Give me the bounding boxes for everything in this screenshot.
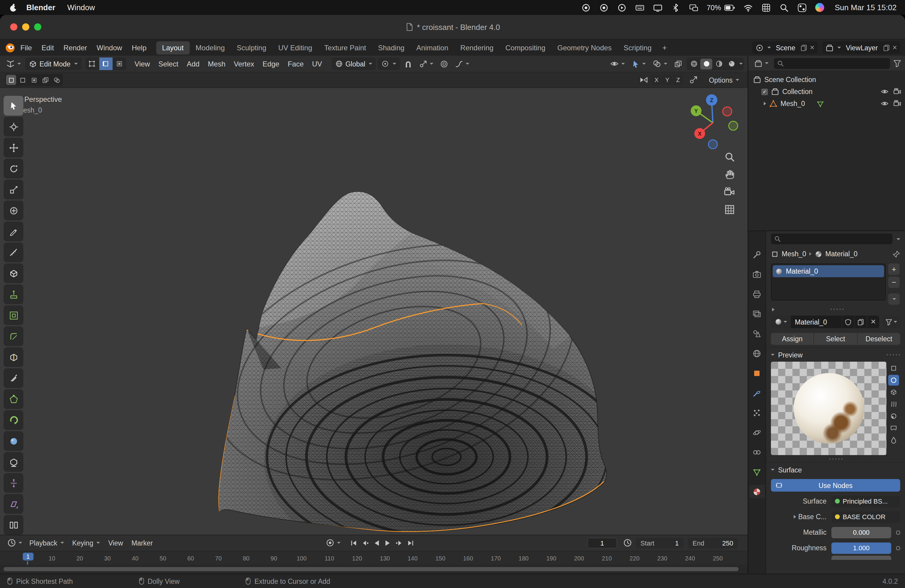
workspace-tab[interactable]: Animation [410,41,454,54]
unlink-material-button[interactable] [867,316,879,328]
shading-settings-caret[interactable] [739,63,743,65]
tool-poly-build[interactable] [3,389,23,409]
new-scene-icon[interactable] [800,44,807,51]
workspace-tab[interactable]: UV Editing [272,41,318,54]
ruler-tick[interactable]: 10 [49,555,55,561]
ruler-tick[interactable]: 20 [76,555,83,561]
browse-material-button[interactable] [771,316,790,328]
viewport-menu[interactable]: Mesh [204,60,230,68]
screen-mirroring-icon[interactable] [689,3,698,12]
zoom-icon[interactable] [724,151,735,162]
tool-shrink-fatten[interactable] [3,473,23,493]
hide-eye-icon[interactable] [880,99,889,108]
timeline-view-menu[interactable]: View [105,539,127,547]
xray-toggle[interactable] [672,57,685,70]
ruler-tick[interactable]: 210 [602,555,612,561]
viewport-menu[interactable]: Add [183,60,204,68]
list-resize-grip[interactable] [830,308,844,311]
select-mode-invert-button[interactable] [40,75,50,85]
minimize-button[interactable] [22,23,29,30]
topbar-menu[interactable]: Render [59,43,92,52]
properties-tab-world[interactable] [749,347,765,360]
play-button[interactable] [384,539,391,547]
expand-arrow-icon[interactable] [764,102,766,105]
ruler-tick[interactable]: 160 [463,555,473,561]
shading-solid-button[interactable] [700,58,712,69]
viewport-menu[interactable]: View [130,60,154,68]
keying-menu[interactable]: Keying [68,539,103,547]
material-action-button[interactable]: Select [814,333,857,345]
ruler-tick[interactable]: 240 [685,555,695,561]
wifi-icon[interactable] [743,3,753,12]
ruler-tick[interactable]: 90 [270,555,277,561]
ruler-tick[interactable]: 40 [132,555,138,561]
duplicate-material-button[interactable] [854,316,867,328]
select-mode-extend-button[interactable] [17,75,27,85]
editor-type-button[interactable] [3,57,23,70]
ruler-tick[interactable]: 60 [187,555,194,561]
next-keyframe-button[interactable] [395,539,403,547]
viewport-menu[interactable]: Edge [258,60,283,68]
ruler-tick[interactable]: 80 [243,555,249,561]
gizmo-y-label[interactable]: Y [694,108,698,114]
ruler-tick[interactable]: 230 [657,555,667,561]
tool-transform[interactable] [3,200,23,220]
display-icon[interactable] [653,3,662,12]
shading-wireframe-button[interactable] [688,58,700,69]
ruler-tick[interactable]: 150 [435,555,445,561]
start-frame-field[interactable]: Start1 [636,538,684,548]
blender-logo-icon[interactable] [5,42,16,53]
properties-search-input[interactable] [771,234,892,244]
keyboard-icon[interactable] [635,3,644,12]
ruler-tick[interactable]: 130 [380,555,390,561]
material-slot-row[interactable]: Material_0 [773,265,884,277]
properties-tab-tool[interactable] [749,248,765,261]
workspace-tab[interactable]: Sculpting [231,41,272,54]
timeline-marker-menu[interactable]: Marker [128,539,157,547]
scene-name[interactable]: Scene [773,44,797,51]
tool-rip-region[interactable] [3,515,23,535]
scene-selector[interactable]: Scene ✕ [753,41,818,54]
shading-rendered-button[interactable] [726,58,737,69]
ruler-tick[interactable]: 110 [325,555,334,561]
tool-select-box[interactable] [3,96,23,116]
mirror-z-toggle[interactable]: Z [673,75,683,85]
properties-options-caret[interactable] [897,238,900,240]
material-action-button[interactable]: Assign [771,333,814,345]
properties-tab-object-data[interactable] [749,465,765,478]
viewport-menu[interactable]: Select [154,60,183,68]
spotlight-icon[interactable] [779,3,789,12]
auto-key-button[interactable] [323,537,343,549]
timeline-ruler[interactable]: 1020304050607080901001101201301401501601… [0,551,748,565]
outliner-row-mesh[interactable]: Mesh_0 [748,98,905,110]
siri-icon[interactable] [815,3,824,12]
properties-tab-modifiers[interactable] [749,386,765,399]
outliner-search-input[interactable] [774,58,890,68]
options-dropdown[interactable]: Options [705,76,743,84]
gizmo-z-label[interactable]: Z [710,97,713,103]
use-nodes-button[interactable]: Use Nodes [771,479,900,492]
workspace-tab[interactable]: Layout [156,41,190,54]
vertex-select-button[interactable] [86,57,99,70]
zoom-button[interactable] [34,23,41,30]
transform-orientation-dropdown[interactable]: Global [332,57,376,70]
viewport-menu[interactable]: Face [283,60,308,68]
ruler-tick[interactable]: 250 [713,555,723,561]
preview-type-hair[interactable] [888,399,899,410]
visibility-dropdown[interactable] [608,57,627,70]
select-mode-set-button[interactable] [6,75,16,85]
fake-user-button[interactable] [841,316,854,328]
tool-add-cube[interactable] [3,264,23,283]
ruler-tick[interactable]: 190 [546,555,556,561]
workspace-tab[interactable]: Shading [372,41,410,54]
pin-icon[interactable] [892,250,900,258]
topbar-menu[interactable]: Window [92,43,127,52]
select-mode-subtract-button[interactable] [29,75,39,85]
properties-tab-physics[interactable] [749,426,765,439]
ruler-tick[interactable]: 50 [159,555,166,561]
ortho-grid-icon[interactable] [724,204,735,215]
properties-tab-render[interactable] [749,268,765,281]
workspace-tab[interactable]: Modeling [190,41,231,54]
viewport-menu[interactable]: UV [308,60,326,68]
outliner-filter-icon[interactable] [893,59,902,67]
